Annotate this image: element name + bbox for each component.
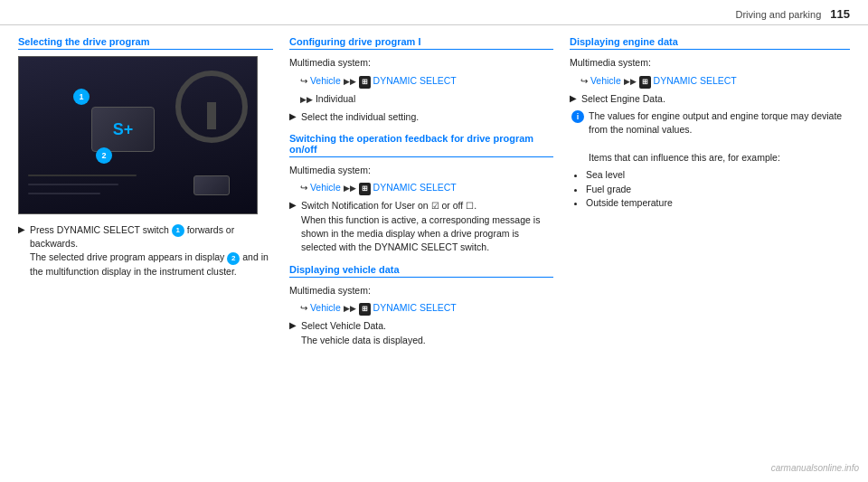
s-plus-button: S+	[91, 107, 155, 152]
notification-link: Notification for User	[332, 200, 415, 211]
watermark: carmanualsonline.info	[771, 463, 859, 473]
engine-data-title: Displaying engine data	[570, 36, 850, 50]
dynamic-select-icon-2: ⊞	[359, 183, 371, 195]
dynamic-select-label-3: DYNAMIC SELECT	[373, 302, 457, 313]
vehicle-data-instruction-text: Select Vehicle Data. The vehicle data is…	[301, 319, 426, 346]
arrow-icon: ▶	[18, 224, 25, 234]
list-item-sea-level: Sea level	[586, 168, 850, 183]
left-section-title: Selecting the drive program	[18, 36, 273, 50]
switching-title: Switching the operation feedback for dri…	[289, 133, 553, 157]
info-icon: i	[571, 110, 584, 123]
engine-info: i The values for engine output and engin…	[571, 109, 850, 165]
arrow-icon-3: ▶	[289, 200, 297, 210]
middle-column: Configuring drive program I Multimedia s…	[289, 36, 570, 468]
vehicle-data-title: Displaying vehicle data	[289, 264, 553, 278]
vehicle-link-4: Vehicle	[590, 75, 624, 86]
dynamic-select-icon-1: ⊞	[359, 76, 371, 89]
switching-instruction: ▶ Switch Notification for User on ☑ or o…	[289, 199, 553, 254]
badge-2: 2	[96, 147, 112, 164]
vehicle-data-mm-path: ↪ Vehicle ▶▶ ⊞ DYNAMIC SELECT	[300, 301, 553, 316]
config-individual: ▶▶ Individual	[300, 92, 553, 107]
switching-section: Switching the operation feedback for dri…	[289, 133, 553, 255]
main-content: Selecting the drive program S+ 1 2	[0, 25, 868, 477]
vehicle-link-2: Vehicle	[310, 182, 344, 193]
switching-instruction-text: Switch Notification for User on ☑ or off…	[301, 199, 553, 254]
page-number: 115	[830, 7, 850, 21]
right-column: Displaying engine data Multimedia system…	[570, 36, 850, 468]
badge-1: 1	[73, 89, 90, 105]
config-title: Configuring drive program I	[289, 36, 553, 50]
dynamic-select-label-4: DYNAMIC SELECT	[654, 75, 737, 86]
vehicle-link-1: Vehicle	[310, 75, 344, 86]
dynamic-select-label-2: DYNAMIC SELECT	[373, 182, 457, 193]
checkbox-on: ☑	[431, 201, 439, 211]
config-mm-path: ↪ Vehicle ▶▶ ⊞ DYNAMIC SELECT	[300, 74, 553, 89]
vehicle-data-link: Vehicle Data	[330, 320, 383, 331]
engine-factors-list: Sea level Fuel grade Outside temperature	[586, 168, 850, 211]
arrow-icon-4: ▶	[289, 320, 297, 330]
dynamic-select-icon-3: ⊞	[359, 303, 371, 316]
dynamic-select-label-1: DYNAMIC SELECT	[373, 75, 457, 86]
section-label: Driving and parking	[736, 9, 822, 20]
arrow-icon-5: ▶	[570, 93, 577, 103]
page-header: Driving and parking 115	[0, 0, 868, 25]
left-instruction: ▶ Press DYNAMIC SELECT switch 1 forwards…	[18, 223, 273, 279]
config-instruction-text: Select the individual setting.	[301, 110, 419, 124]
engine-mm-label: Multimedia system:	[570, 56, 850, 71]
vehicle-data-mm-label: Multimedia system:	[289, 284, 553, 298]
engine-data-link: Engine Data	[610, 93, 663, 104]
car-dash-bg: S+ 1 2	[19, 57, 257, 213]
vehicle-data-section: Displaying vehicle data Multimedia syste…	[289, 264, 553, 347]
switching-mm-path: ↪ Vehicle ▶▶ ⊞ DYNAMIC SELECT	[300, 181, 553, 195]
engine-instruction: ▶ Select Engine Data.	[570, 92, 850, 106]
config-instruction: ▶ Select the individual setting.	[289, 110, 553, 124]
dynamic-select-icon-4: ⊞	[639, 76, 651, 89]
vehicle-link-3: Vehicle	[310, 302, 344, 313]
car-image: S+ 1 2	[18, 56, 258, 214]
engine-mm-path: ↪ Vehicle ▶▶ ⊞ DYNAMIC SELECT	[580, 74, 850, 89]
instruction-text: Press DYNAMIC SELECT switch 1 forwards o…	[30, 223, 273, 279]
list-item-outside-temp: Outside temperature	[586, 196, 850, 211]
config-mm-label: Multimedia system:	[289, 56, 553, 71]
list-item-fuel-grade: Fuel grade	[586, 183, 850, 197]
left-column: Selecting the drive program S+ 1 2	[18, 36, 289, 468]
arrow-icon-2: ▶	[289, 111, 297, 121]
vehicle-data-instruction: ▶ Select Vehicle Data. The vehicle data …	[289, 319, 553, 346]
checkbox-off: ☐	[466, 201, 474, 211]
switching-mm-label: Multimedia system:	[289, 164, 553, 178]
engine-instruction-text: Select Engine Data.	[581, 92, 665, 106]
config-section: Configuring drive program I Multimedia s…	[289, 36, 553, 124]
engine-info-text: The values for engine output and engine …	[589, 109, 850, 165]
bottom-control	[193, 175, 230, 195]
